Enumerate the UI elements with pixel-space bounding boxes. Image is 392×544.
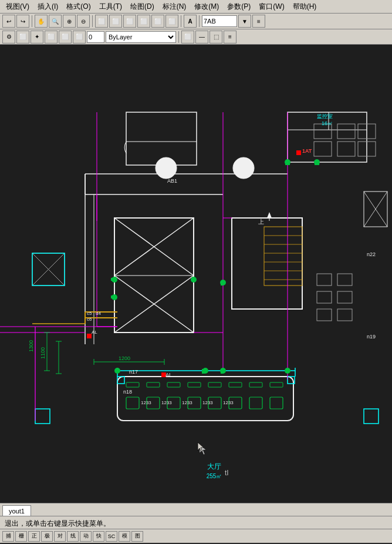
tb-sep2 bbox=[92, 15, 93, 27]
tb-pan[interactable]: ✋ bbox=[35, 15, 48, 28]
svg-text:1200: 1200 bbox=[119, 355, 130, 361]
tb-sep1 bbox=[32, 15, 32, 27]
svg-text:d4: d4 bbox=[96, 311, 101, 316]
menu-tools[interactable]: 工具(T) bbox=[96, 1, 126, 13]
tb-snap1[interactable]: ⬜ bbox=[95, 15, 108, 28]
status-model[interactable]: 模 bbox=[119, 531, 130, 542]
tb2-sun[interactable]: ✦ bbox=[31, 31, 43, 43]
status-ortho[interactable]: 正 bbox=[28, 531, 40, 542]
svg-rect-135 bbox=[111, 295, 116, 298]
tb-sep4 bbox=[199, 15, 200, 27]
svg-text:AL: AL bbox=[92, 330, 97, 335]
tb2-color[interactable]: ⬜ bbox=[181, 31, 194, 43]
svg-text:1AT: 1AT bbox=[302, 148, 312, 154]
tb2-sep1 bbox=[178, 31, 179, 43]
menu-help[interactable]: 帮助(H) bbox=[289, 1, 320, 13]
svg-text:AB1: AB1 bbox=[167, 178, 177, 184]
tb-extra[interactable]: ≡ bbox=[252, 15, 265, 28]
status-layout[interactable]: 图 bbox=[131, 531, 143, 542]
status-quick[interactable]: 快 bbox=[93, 531, 104, 542]
svg-rect-138 bbox=[285, 162, 290, 165]
status-object-snap[interactable]: 对 bbox=[54, 531, 66, 542]
svg-text:n19: n19 bbox=[367, 334, 376, 340]
svg-text:c6: c6 bbox=[87, 317, 92, 322]
tb-snap5[interactable]: ⬜ bbox=[151, 15, 164, 28]
status-bar: 退出，或单击右键显示快捷菜单。 捕 栅 正 极 对 线 动 快 SC 模 图 bbox=[0, 516, 392, 543]
svg-text:大厅: 大厅 bbox=[207, 462, 221, 471]
tb-redo[interactable]: ↪ bbox=[16, 15, 29, 28]
svg-rect-99 bbox=[87, 334, 92, 338]
status-dyn[interactable]: 动 bbox=[80, 531, 92, 542]
svg-rect-100 bbox=[296, 150, 301, 155]
tb2-settings[interactable]: ⚙ bbox=[2, 31, 15, 43]
tb-snap3[interactable]: ⬜ bbox=[123, 15, 136, 28]
menu-modify[interactable]: 修改(M) bbox=[191, 1, 222, 13]
tb2-b2[interactable]: ⬜ bbox=[59, 31, 72, 43]
tb2-b4[interactable]: ⬚ bbox=[209, 31, 222, 43]
status-grid[interactable]: 栅 bbox=[15, 531, 27, 542]
status-sc[interactable]: SC bbox=[106, 531, 117, 542]
tb2-b5[interactable]: ≡ bbox=[224, 31, 236, 43]
cad-canvas-area[interactable]: 监控室 16㎡ 1AT AB1 n17 AL n18 c5 c6 d4 AL 1… bbox=[0, 45, 392, 503]
status-lwt[interactable]: 线 bbox=[67, 531, 79, 542]
status-message: 退出，或单击右键显示快捷菜单。 bbox=[0, 516, 392, 529]
menu-params[interactable]: 参数(P) bbox=[224, 1, 254, 13]
svg-rect-0 bbox=[0, 45, 392, 503]
toolbar-main: ↩ ↪ ✋ 🔍 ⊕ ⊖ ⬜ ⬜ ⬜ ⬜ ⬜ ⬜ A ▼ ≡ bbox=[0, 13, 392, 29]
tb2-layer[interactable]: ⬜ bbox=[16, 31, 29, 43]
svg-rect-137 bbox=[221, 281, 224, 286]
svg-text:上: 上 bbox=[258, 219, 264, 225]
svg-text:1233: 1233 bbox=[141, 400, 151, 405]
menu-window[interactable]: 窗口(W) bbox=[255, 1, 288, 13]
tb2-linetype[interactable]: — bbox=[195, 31, 208, 43]
menu-view[interactable]: 视图(V) bbox=[2, 1, 33, 13]
status-snap[interactable]: 捕 bbox=[2, 531, 14, 542]
tb-zoom2[interactable]: ⊕ bbox=[63, 15, 76, 28]
layer-input-secondary[interactable] bbox=[87, 31, 104, 43]
status-icons: 捕 栅 正 极 对 线 动 快 SC 模 图 bbox=[0, 529, 392, 543]
layer-select[interactable]: ByLayer bbox=[106, 31, 176, 43]
cad-drawing: 监控室 16㎡ 1AT AB1 n17 AL n18 c5 c6 d4 AL 1… bbox=[0, 45, 392, 503]
svg-text:1100: 1100 bbox=[40, 347, 46, 359]
svg-text:1233: 1233 bbox=[223, 400, 234, 405]
tb-snap6[interactable]: ⬜ bbox=[165, 15, 178, 28]
svg-point-94 bbox=[114, 368, 120, 374]
menu-draw[interactable]: 绘图(D) bbox=[127, 1, 158, 13]
tb-text[interactable]: A bbox=[184, 15, 197, 28]
svg-rect-140 bbox=[221, 369, 224, 374]
svg-text:16㎡: 16㎡ bbox=[322, 120, 333, 126]
svg-rect-139 bbox=[315, 162, 319, 165]
tb-snap2[interactable]: ⬜ bbox=[109, 15, 122, 28]
svg-point-45 bbox=[233, 157, 254, 179]
tb2-b3[interactable]: ⬜ bbox=[73, 31, 86, 43]
svg-text:tI: tI bbox=[225, 469, 229, 477]
tab-layout1[interactable]: yout1 bbox=[2, 505, 31, 516]
svg-text:1233: 1233 bbox=[182, 400, 192, 405]
svg-text:255㎡: 255㎡ bbox=[207, 473, 222, 479]
svg-text:c5: c5 bbox=[87, 311, 92, 316]
svg-text:1233: 1233 bbox=[161, 400, 172, 405]
tb-snap4[interactable]: ⬜ bbox=[137, 15, 150, 28]
svg-text:1233: 1233 bbox=[202, 400, 213, 405]
svg-text:n22: n22 bbox=[367, 251, 376, 257]
svg-rect-134 bbox=[111, 278, 116, 281]
menu-annotate[interactable]: 标注(N) bbox=[159, 1, 190, 13]
tb-sep3 bbox=[181, 15, 181, 27]
tb-zoom[interactable]: 🔍 bbox=[49, 15, 62, 28]
status-polar[interactable]: 极 bbox=[41, 531, 53, 542]
menu-format[interactable]: 格式(O) bbox=[63, 1, 94, 13]
svg-text:1300: 1300 bbox=[28, 340, 34, 352]
svg-rect-141 bbox=[202, 369, 205, 374]
tb-zoom3[interactable]: ⊖ bbox=[77, 15, 90, 28]
svg-point-96 bbox=[285, 368, 290, 374]
svg-text:监控室: 监控室 bbox=[317, 113, 333, 119]
menu-insert[interactable]: 插入(I) bbox=[34, 1, 62, 13]
tab-bar: yout1 bbox=[0, 503, 392, 516]
menu-bar: 视图(V) 插入(I) 格式(O) 工具(T) 绘图(D) 标注(N) 修改(M… bbox=[0, 0, 392, 13]
tb-undo[interactable]: ↩ bbox=[2, 15, 15, 28]
toolbar-secondary: ⚙ ⬜ ✦ ⬜ ⬜ ⬜ ByLayer ⬜ — ⬚ ≡ bbox=[0, 29, 392, 45]
svg-text:n18: n18 bbox=[123, 389, 132, 395]
tb-dropdown-arrow[interactable]: ▼ bbox=[238, 15, 251, 28]
layer-input-main[interactable] bbox=[202, 15, 237, 27]
tb2-b1[interactable]: ⬜ bbox=[45, 31, 58, 43]
